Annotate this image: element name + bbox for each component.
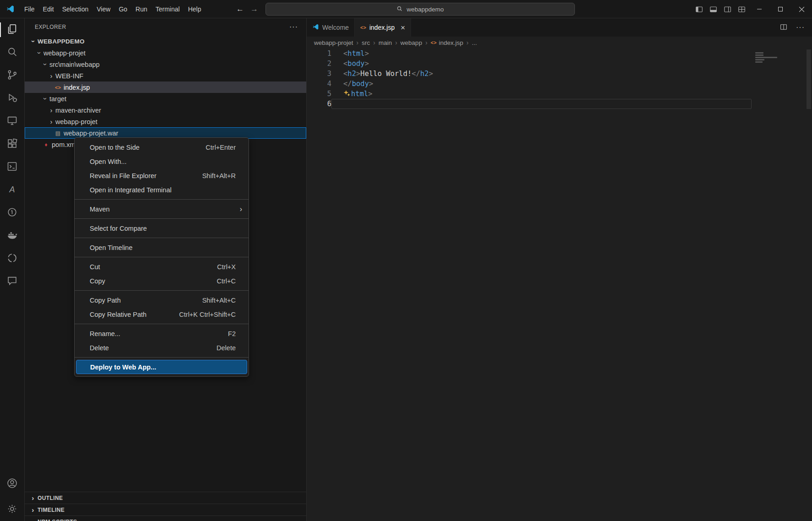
chevron-down-icon: › bbox=[36, 49, 43, 57]
tree-item-target[interactable]: ›target bbox=[25, 93, 306, 104]
section-timeline[interactable]: ›TIMELINE bbox=[25, 504, 306, 516]
settings-menu[interactable] bbox=[0, 498, 24, 521]
tree-item-webapp-projet[interactable]: ›webapp-projet bbox=[25, 116, 306, 127]
account-menu[interactable] bbox=[0, 472, 24, 495]
menu-item-maven[interactable]: Maven› bbox=[75, 202, 249, 216]
tree-item-web-inf[interactable]: ›WEB-INF bbox=[25, 70, 306, 81]
menu-item-select-for-compare[interactable]: Select for Compare bbox=[75, 221, 249, 235]
menu-view[interactable]: View bbox=[92, 0, 114, 18]
code-line-4[interactable]: 4</body> bbox=[307, 79, 752, 89]
minimap[interactable] bbox=[752, 49, 812, 521]
breadcrumb-item-webapp-projet[interactable]: webapp-projet bbox=[314, 39, 353, 46]
customize-layout-icon[interactable] bbox=[735, 0, 749, 18]
menu-terminal[interactable]: Terminal bbox=[152, 0, 184, 18]
close-button[interactable] bbox=[791, 0, 812, 18]
code-line-3[interactable]: 3<h2>Hello World!</h2> bbox=[307, 69, 752, 79]
menu-bar: FileEditSelectionViewGoRunTerminalHelp bbox=[20, 0, 205, 18]
chevron-right-icon: › bbox=[28, 506, 38, 514]
title-bar: FileEditSelectionViewGoRunTerminalHelp ←… bbox=[0, 0, 812, 18]
menu-item-rename[interactable]: Rename...F2 bbox=[75, 326, 249, 341]
copilot-sparkle-icon bbox=[343, 89, 351, 99]
breadcrumb-item-[interactable]: ... bbox=[472, 39, 477, 46]
breadcrumb-label: src bbox=[362, 39, 370, 46]
menu-item-copy[interactable]: CopyCtrl+C bbox=[75, 274, 249, 288]
activity-docker[interactable] bbox=[0, 224, 24, 247]
more-actions-icon[interactable]: ··· bbox=[796, 23, 805, 32]
section-outline[interactable]: ›OUTLINE bbox=[25, 492, 306, 504]
menu-edit[interactable]: Edit bbox=[39, 0, 58, 18]
activity-extensions[interactable] bbox=[0, 133, 24, 156]
menu-item-open-timeline[interactable]: Open Timeline bbox=[75, 240, 249, 255]
menu-item-open-with[interactable]: Open With... bbox=[75, 154, 249, 168]
code-line-1[interactable]: 1<html> bbox=[307, 49, 752, 59]
breadcrumb-label: index.jsp bbox=[439, 39, 463, 46]
code-line-6[interactable]: 6 bbox=[307, 99, 752, 109]
explorer-tree: ›WEBAPPDEMO›webapp-projet›src\main\webap… bbox=[25, 36, 306, 150]
activity-bar: A bbox=[0, 18, 25, 521]
code-line-2[interactable]: 2<body> bbox=[307, 59, 752, 69]
menu-item-cut[interactable]: CutCtrl+X bbox=[75, 260, 249, 274]
activity-azure[interactable]: A bbox=[0, 179, 24, 201]
menu-run[interactable]: Run bbox=[131, 0, 152, 18]
tree-item-src-main-webapp[interactable]: ›src\main\webapp bbox=[25, 59, 306, 70]
menu-file[interactable]: File bbox=[20, 0, 39, 18]
tree-item-webappdemo[interactable]: ›WEBAPPDEMO bbox=[25, 36, 306, 47]
section-label: NPM SCRIPTS bbox=[38, 519, 77, 521]
archive-file-icon: ▤ bbox=[54, 130, 62, 136]
toggle-sidebar-left-icon[interactable] bbox=[692, 0, 706, 18]
code-token: > bbox=[356, 70, 360, 78]
activity-comment[interactable] bbox=[0, 270, 24, 293]
menu-item-shortcut: Ctrl+X bbox=[217, 263, 236, 271]
activity-search[interactable] bbox=[0, 41, 24, 64]
breadcrumb-item-index-jsp[interactable]: <>index.jsp bbox=[431, 39, 463, 46]
activity-circle-tool[interactable] bbox=[0, 201, 24, 224]
section-npm-scripts[interactable]: ›NPM SCRIPTS bbox=[25, 516, 306, 521]
back-arrow-icon[interactable]: ← bbox=[236, 5, 244, 14]
menu-item-copy-path[interactable]: Copy PathShift+Alt+C bbox=[75, 293, 249, 307]
menu-selection[interactable]: Selection bbox=[58, 0, 93, 18]
command-center-search[interactable]: webappdemo bbox=[265, 3, 575, 16]
menu-item-deploy-to-web-app[interactable]: Deploy to Web App... bbox=[76, 360, 247, 374]
menu-item-copy-relative-path[interactable]: Copy Relative PathCtrl+K Ctrl+Shift+C bbox=[75, 307, 249, 321]
menu-item-delete[interactable]: DeleteDelete bbox=[75, 341, 249, 355]
menu-item-label: Copy Path bbox=[90, 297, 202, 304]
branch-icon bbox=[6, 69, 18, 82]
activity-explorer[interactable] bbox=[0, 18, 24, 41]
more-actions-icon[interactable]: ··· bbox=[289, 23, 298, 31]
breadcrumb-item-webapp[interactable]: webapp bbox=[401, 39, 422, 46]
tree-item-index-jsp[interactable]: <>index.jsp bbox=[25, 81, 306, 93]
activity-remote-explorer[interactable] bbox=[0, 110, 24, 133]
menu-item-label: Copy Relative Path bbox=[90, 311, 179, 318]
menu-item-reveal-in-file-explorer[interactable]: Reveal in File ExplorerShift+Alt+R bbox=[75, 168, 249, 183]
tree-item-webapp-projet[interactable]: ›webapp-projet bbox=[25, 47, 306, 59]
code-editor[interactable]: 1<html>2<body>3<h2>Hello World!</h2>4</b… bbox=[307, 49, 812, 521]
forward-arrow-icon[interactable]: → bbox=[250, 5, 258, 14]
activity-terminal-window[interactable] bbox=[0, 156, 24, 179]
menu-go[interactable]: Go bbox=[114, 0, 131, 18]
minimize-button[interactable] bbox=[749, 0, 770, 18]
tab-welcome[interactable]: Welcome bbox=[307, 18, 355, 37]
tab-bar: Welcome<>index.jsp× ··· bbox=[307, 18, 812, 37]
toggle-panel-icon[interactable] bbox=[706, 0, 720, 18]
minimap-line bbox=[755, 57, 777, 58]
tab-index-jsp[interactable]: <>index.jsp× bbox=[355, 18, 411, 37]
context-menu: Open to the SideCtrl+EnterOpen With...Re… bbox=[74, 137, 249, 377]
close-tab-icon[interactable]: × bbox=[401, 24, 405, 32]
activity-dashed-circle-tool[interactable] bbox=[0, 247, 24, 270]
split-editor-icon[interactable] bbox=[780, 23, 788, 33]
comment-icon bbox=[6, 275, 18, 288]
code-content: <body> bbox=[331, 59, 752, 69]
menu-item-open-in-integrated-terminal[interactable]: Open in Integrated Terminal bbox=[75, 183, 249, 197]
breadcrumb-item-main[interactable]: main bbox=[379, 39, 392, 46]
code-line-5[interactable]: 5html> bbox=[307, 89, 752, 99]
breadcrumb-item-src[interactable]: src bbox=[362, 39, 370, 46]
menu-item-open-to-the-side[interactable]: Open to the SideCtrl+Enter bbox=[75, 140, 249, 154]
activity-run-debug[interactable] bbox=[0, 87, 24, 110]
editor-scrollbar[interactable] bbox=[807, 49, 811, 109]
tree-item-maven-archiver[interactable]: ›maven-archiver bbox=[25, 104, 306, 116]
activity-source-control[interactable] bbox=[0, 64, 24, 87]
toggle-sidebar-right-icon[interactable] bbox=[720, 0, 735, 18]
maximize-button[interactable] bbox=[770, 0, 791, 18]
menu-help[interactable]: Help bbox=[184, 0, 206, 18]
tab-list: Welcome<>index.jsp× bbox=[307, 18, 411, 37]
